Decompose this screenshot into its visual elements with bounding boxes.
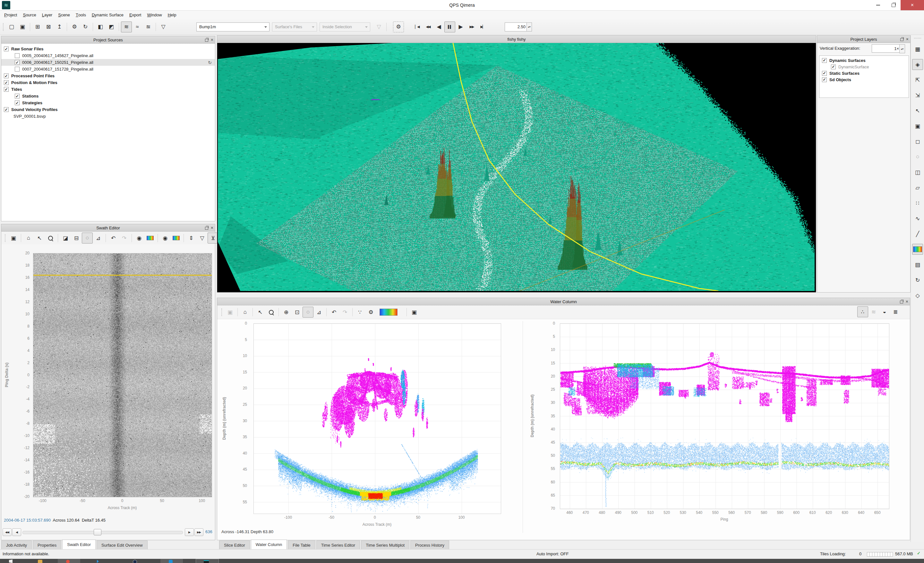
- reprocess-icon[interactable]: ↻: [80, 21, 91, 32]
- lasso-select-icon[interactable]: ◌: [912, 151, 923, 162]
- save-wc-data-icon[interactable]: ▣: [409, 307, 420, 317]
- scatter-select-icon[interactable]: ∷: [912, 198, 923, 208]
- tab-water-column[interactable]: Water Column: [251, 540, 287, 549]
- taskbar-app3-icon[interactable]: [125, 559, 148, 563]
- points-display-icon[interactable]: ∴: [857, 306, 868, 317]
- menu-source[interactable]: Source: [20, 10, 39, 19]
- selection-filter-icon[interactable]: ▽: [374, 21, 384, 32]
- wc-ping-plot[interactable]: [560, 323, 890, 509]
- save-icon[interactable]: ▣: [225, 307, 236, 317]
- extract-points-icon[interactable]: ∵: [354, 307, 365, 317]
- color-by-quality-icon[interactable]: [171, 232, 182, 244]
- home-view-icon[interactable]: ⌂: [240, 307, 250, 317]
- tree-item-sound-velocity-profiles[interactable]: ✓Sound Velocity Profiles: [1, 106, 215, 113]
- checkbox[interactable]: ✓: [15, 94, 20, 99]
- zoom-to-extents-icon[interactable]: ⇲: [912, 90, 923, 101]
- ping-prev-fast-button[interactable]: ◀◀: [3, 529, 12, 536]
- tree-item-processed-point-files[interactable]: ✓Processed Point Files: [1, 72, 215, 79]
- water-column-slice-icon[interactable]: ≈: [132, 21, 143, 32]
- close-panel-icon[interactable]: ×: [906, 299, 908, 304]
- checkbox[interactable]: ✓: [822, 58, 827, 63]
- polygon-select-icon[interactable]: ◻: [912, 136, 923, 147]
- wc-across-plot[interactable]: [254, 323, 501, 514]
- vertical-extent-icon[interactable]: ⇕: [186, 232, 196, 244]
- checkbox[interactable]: [15, 53, 20, 58]
- ping-prev-button[interactable]: ◀: [12, 529, 21, 536]
- rectangle-select-icon[interactable]: ▣: [912, 121, 923, 132]
- rotate-view-icon[interactable]: ↻: [912, 275, 923, 286]
- rewind-button[interactable]: ◀◀: [423, 21, 434, 32]
- menu-export[interactable]: Export: [126, 10, 144, 19]
- checkbox[interactable]: [15, 67, 20, 72]
- grid-view-icon[interactable]: ▦: [912, 43, 923, 54]
- play-button[interactable]: ▶: [455, 21, 466, 32]
- tab-process-history[interactable]: Process History: [410, 541, 449, 549]
- selection-settings-icon[interactable]: ⚙: [393, 21, 404, 32]
- redo-icon[interactable]: ↷: [119, 232, 130, 244]
- display-options-icon[interactable]: ≣: [890, 306, 901, 317]
- save-icon[interactable]: ▣: [8, 232, 19, 244]
- select-cursor-icon[interactable]: ↖: [34, 232, 45, 244]
- wc-settings-icon[interactable]: ⚙: [365, 307, 376, 317]
- close-panel-icon[interactable]: ×: [211, 37, 213, 42]
- tab-properties[interactable]: Properties: [33, 541, 61, 549]
- handles-select-icon[interactable]: ◫: [912, 167, 923, 178]
- tree-item-position-motion-files[interactable]: ✓Position & Motion Files: [1, 79, 215, 86]
- undo-icon[interactable]: ↶: [108, 232, 119, 244]
- processing-settings-icon[interactable]: ⚙: [69, 21, 80, 32]
- tree-item-svp-00001-bsvp[interactable]: SVP_00001.bsvp: [1, 113, 215, 120]
- tab-job-activity[interactable]: Job Activity: [1, 541, 32, 549]
- menu-dynamic-surface[interactable]: Dynamic Surface: [89, 10, 126, 19]
- grid-3d-icon[interactable]: ▤: [912, 259, 923, 270]
- water-column-mode-icon[interactable]: ≋: [121, 21, 132, 32]
- fast-forward-button[interactable]: ▶▶: [466, 21, 477, 32]
- checkbox[interactable]: ✓: [4, 87, 9, 92]
- profile-icon[interactable]: ∿: [912, 213, 923, 224]
- color-by-flag-icon[interactable]: [145, 232, 156, 244]
- tree-item-0005-20040617-145627-pingeline-all[interactable]: 0005_20040617_145627_Pingeline.all: [1, 52, 215, 59]
- close-button[interactable]: ×: [901, 0, 924, 10]
- new-project-icon[interactable]: ▢: [6, 21, 17, 32]
- ve-spinner-buttons[interactable]: ▴▾: [899, 44, 905, 53]
- menu-window[interactable]: Window: [144, 10, 165, 19]
- go-last-button[interactable]: ▶▏: [477, 21, 488, 32]
- zoom-icon[interactable]: [45, 232, 56, 244]
- pick-point-icon[interactable]: ⊕: [281, 307, 292, 317]
- tree-item-tides[interactable]: ✓Tides: [1, 86, 215, 93]
- tree-item-raw-sonar-files[interactable]: ✓Raw Sonar Files: [1, 46, 215, 52]
- checkbox[interactable]: ✓: [822, 71, 827, 76]
- accept-points-icon[interactable]: ◉: [134, 232, 145, 244]
- vertical-exaggeration-input[interactable]: 1×: [872, 44, 901, 52]
- tree-item-strategies[interactable]: ✓Strategies: [1, 99, 215, 106]
- water-column-fan-icon[interactable]: ≊: [143, 21, 154, 32]
- surface-filter-icon[interactable]: ▽: [158, 21, 169, 32]
- spinner-arrows[interactable]: ▴▾: [526, 22, 532, 31]
- step-back-button[interactable]: ◀: [434, 21, 444, 32]
- float-panel-icon[interactable]: [900, 301, 903, 304]
- start-button[interactable]: [3, 559, 26, 563]
- taskbar-app1-icon[interactable]: [58, 559, 80, 563]
- tree-item-dynamicsurface[interactable]: ✓DynamicSurface: [819, 63, 909, 70]
- ping-slider-handle[interactable]: [94, 529, 101, 535]
- swath-plot[interactable]: [33, 253, 212, 497]
- menu-project[interactable]: Project: [1, 10, 20, 19]
- menu-scene[interactable]: Scene: [55, 10, 73, 19]
- ping-slider-track[interactable]: [22, 531, 183, 534]
- close-panel-icon[interactable]: ×: [211, 226, 213, 230]
- tab-time-series-multiplot[interactable]: Time Series Multiplot: [361, 541, 410, 549]
- zoom-to-surface-icon[interactable]: ⇱: [912, 75, 923, 85]
- selection-combo[interactable]: Inside Selection: [320, 22, 370, 31]
- checkbox[interactable]: ✓: [822, 77, 827, 82]
- reject-rectangle-icon[interactable]: ⊟: [71, 232, 82, 244]
- select-polygon-icon[interactable]: ⊿: [314, 307, 324, 317]
- checkbox[interactable]: ✓: [4, 73, 9, 78]
- taskbar-app4-icon[interactable]: [160, 559, 183, 563]
- tree-item-0007-20040617-151728-pingeline-all[interactable]: 0007_20040617_151728_Pingeline.all: [1, 66, 215, 72]
- select-rectangle-icon[interactable]: ⊡: [292, 307, 303, 317]
- checkbox[interactable]: ✓: [4, 107, 9, 112]
- reject-polygon-icon[interactable]: ⊿: [93, 232, 104, 244]
- ping-next-fast-button[interactable]: ▶▶: [194, 529, 203, 536]
- plane-select-icon[interactable]: ▱: [912, 182, 923, 193]
- checkbox[interactable]: ✓: [15, 100, 20, 105]
- redo-icon[interactable]: ↷: [339, 307, 350, 317]
